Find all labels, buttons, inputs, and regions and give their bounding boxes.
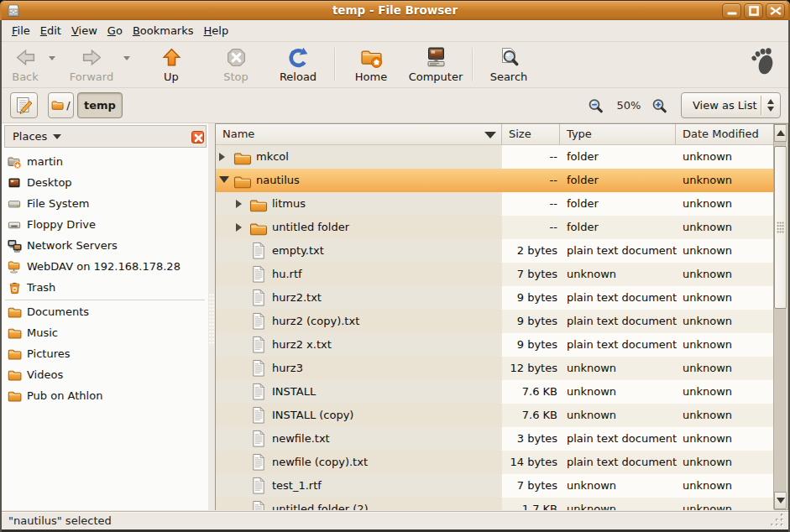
file-row-install[interactable]: INSTALL7.6 KBunknownunknown (216, 380, 774, 404)
scroll-up-button[interactable] (774, 124, 787, 142)
scroll-down-button[interactable] (774, 492, 787, 509)
toolbar-button-up[interactable]: Up (135, 46, 207, 83)
file-date: unknown (683, 479, 732, 492)
file-row-untitled-folder[interactable]: untitled folder--folderunknown (216, 216, 774, 239)
menu-bookmarks[interactable]: Bookmarks (128, 21, 199, 40)
column-header-label: Size (509, 128, 531, 140)
toolbar-separator (472, 48, 473, 81)
place-item-pub-on-athlon[interactable]: Pub on Athlon (2, 386, 208, 407)
file-name: hurz2 (copy).txt (272, 315, 359, 327)
zoom-in-button[interactable] (651, 98, 668, 112)
file-row-untitled-folder-2[interactable]: untitled folder (2)1.7 KBunknownunknown (216, 498, 774, 510)
expander-collapsed-icon[interactable] (236, 223, 242, 232)
toolbar-button-home[interactable]: Home (335, 46, 407, 83)
menu-help[interactable]: Help (199, 21, 234, 40)
pane-splitter[interactable] (208, 123, 215, 510)
file-date: unknown (683, 291, 732, 304)
minimize-button[interactable] (722, 3, 741, 18)
place-item-trash[interactable]: Trash (2, 278, 208, 299)
zoom-out-button[interactable] (588, 98, 604, 112)
column-header-size[interactable]: Size (502, 124, 560, 145)
expander-collapsed-icon[interactable] (219, 153, 225, 161)
place-item-desktop[interactable]: Desktop (2, 173, 208, 194)
column-header-date-modified[interactable]: Date Modified (676, 124, 774, 145)
file-name: hurz2 x.txt (272, 338, 332, 351)
place-item-file-system[interactable]: File System (2, 194, 208, 215)
path-button-temp[interactable]: temp (77, 92, 123, 118)
maximize-button[interactable] (744, 3, 763, 18)
place-label: Documents (27, 305, 89, 318)
titlebar[interactable]: temp - File Browser (0, 0, 790, 20)
toolbar-button-forward: Forward (55, 46, 128, 83)
menu-edit[interactable]: Edit (35, 21, 66, 40)
place-item-pictures[interactable]: Pictures (2, 344, 208, 365)
stop-icon (225, 46, 248, 69)
place-label: Pictures (27, 347, 70, 360)
place-item-documents[interactable]: Documents (2, 302, 208, 323)
column-header-label: Type (567, 128, 592, 140)
text-file-icon (249, 477, 268, 495)
file-row-hu-rtf[interactable]: hu.rtf7 bytesunknownunknown (216, 263, 774, 286)
place-item-music[interactable]: Music (2, 323, 208, 344)
toolbar-button-reload[interactable]: Reload (262, 46, 334, 83)
place-item-webdav-on-192-168-178-28[interactable]: WebDAV on 192.168.178.28 (2, 257, 208, 278)
file-name: mkcol (256, 150, 289, 163)
window-title: temp - File Browser (0, 3, 790, 17)
vertical-scrollbar[interactable] (773, 124, 787, 509)
file-row-install-copy[interactable]: INSTALL (copy)7.6 KBunknownunknown (216, 404, 774, 427)
file-row-litmus[interactable]: litmus--folderunknown (216, 192, 774, 216)
file-name: INSTALL (copy) (272, 409, 353, 421)
webdav-icon (8, 260, 22, 274)
column-header-type[interactable]: Type (560, 124, 676, 145)
window-controls (722, 3, 785, 18)
place-item-floppy-drive[interactable]: Floppy Drive (2, 215, 208, 236)
expander-expanded-icon[interactable] (219, 176, 229, 183)
file-type: unknown (567, 268, 616, 280)
file-row-test-1-rtf[interactable]: test_1.rtf7 bytesunknownunknown (216, 474, 774, 498)
place-item-network-servers[interactable]: Network Servers (2, 236, 208, 257)
file-size: 7.6 KB (502, 385, 557, 398)
expander-collapsed-icon[interactable] (236, 200, 242, 208)
column-header-name[interactable]: Name (216, 124, 502, 145)
sidebar-close-button[interactable] (191, 131, 204, 143)
file-row-empty-txt[interactable]: empty.txt2 bytesplain text documentunkno… (216, 239, 774, 263)
close-button[interactable] (766, 3, 785, 18)
place-label: Desktop (27, 176, 72, 189)
toolbar-back-dropdown-arrow[interactable] (49, 56, 55, 60)
text-file-icon (249, 359, 268, 378)
sidebar-mode-label: Places (13, 130, 47, 143)
place-label: File System (27, 197, 89, 210)
file-name: untitled folder (272, 221, 349, 233)
resize-grip[interactable] (770, 513, 785, 528)
scrollbar-thumb[interactable] (774, 146, 787, 309)
toolbar-button-search[interactable]: Search (473, 46, 545, 83)
file-size: 1.7 KB (502, 503, 557, 510)
file-row-mkcol[interactable]: mkcol--folderunknown (216, 145, 774, 169)
menu-file[interactable]: File (7, 21, 35, 40)
file-date: unknown (683, 362, 732, 374)
menu-go[interactable]: Go (102, 21, 128, 40)
toggle-location-entry-button[interactable] (10, 92, 38, 118)
text-file-icon (249, 289, 268, 307)
sidebar-mode-selector[interactable]: Places (4, 125, 207, 148)
folder-icon (249, 196, 268, 215)
path-button-root[interactable]: / (48, 92, 74, 118)
toolbar-forward-dropdown-arrow[interactable] (123, 56, 130, 60)
place-item-martin[interactable]: martin (2, 152, 208, 173)
home-icon (360, 46, 383, 69)
close-icon (769, 5, 782, 17)
file-row-newfile-txt[interactable]: newfile.txt3 bytesplain text documentunk… (216, 427, 774, 451)
view-mode-combo[interactable]: View as List (681, 92, 781, 118)
menu-view[interactable]: View (66, 21, 102, 40)
file-row-hurz3[interactable]: hurz312 bytesunknownunknown (216, 357, 774, 380)
place-item-videos[interactable]: Videos (2, 365, 208, 386)
close-icon (194, 133, 203, 143)
file-row-hurz2-copy-txt[interactable]: hurz2 (copy).txt9 bytesplain text docume… (216, 310, 774, 333)
file-row-newfile-copy-txt[interactable]: newfile (copy).txt14 bytesplain text doc… (216, 451, 774, 474)
toolbar-button-computer[interactable]: Computer (400, 46, 472, 83)
file-type: folder (567, 174, 599, 186)
file-row-hurz2-txt[interactable]: hurz2.txt9 bytesplain text documentunkno… (216, 286, 774, 310)
file-type: unknown (567, 503, 616, 510)
file-row-nautilus[interactable]: nautilus--folderunknown (216, 169, 774, 192)
file-row-hurz2-x-txt[interactable]: hurz2 x.txt9 bytesplain text documentunk… (216, 333, 774, 357)
